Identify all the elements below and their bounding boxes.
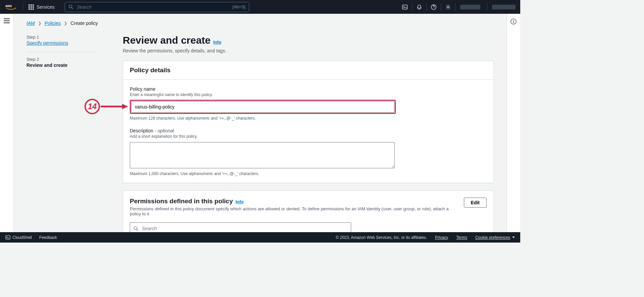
svg-point-4	[447, 6, 449, 8]
page-info-link[interactable]: Info	[213, 40, 221, 45]
side-nav-toggle[interactable]	[0, 14, 14, 243]
cloudshell-button[interactable]: CloudShell	[5, 235, 32, 240]
permissions-search-input[interactable]	[139, 226, 347, 231]
separator	[487, 3, 487, 11]
svg-rect-10	[6, 236, 10, 239]
page-content: IAM ❯ Policies ❯ Create policy Step 1 Sp…	[14, 14, 506, 232]
arrow-right-icon	[100, 103, 128, 110]
description-label: Description	[130, 128, 153, 133]
breadcrumb-policies[interactable]: Policies	[45, 20, 61, 26]
step-1-number: Step 1	[26, 35, 95, 40]
edit-permissions-button[interactable]: Edit	[464, 198, 487, 208]
permissions-subtitle: Permissions defined in this policy docum…	[130, 206, 459, 216]
info-circle-icon	[511, 18, 517, 25]
notifications-icon[interactable]	[412, 0, 426, 14]
step-2-active: Review and create	[26, 62, 95, 68]
description-optional: - optional	[155, 128, 174, 133]
wizard-stepper: Step 1 Specify permissions Step 2 Review…	[26, 35, 95, 232]
svg-rect-7	[513, 21, 514, 23]
policy-name-input[interactable]	[131, 101, 394, 113]
annotation-number: 14	[85, 99, 100, 114]
search-shortcut: [Alt+S]	[232, 4, 246, 9]
policy-name-label: Policy name	[130, 86, 487, 92]
description-input[interactable]	[130, 142, 395, 168]
breadcrumb: IAM ❯ Policies ❯ Create policy	[26, 20, 494, 26]
cookie-preferences-link[interactable]: Cookie preferences	[475, 235, 510, 240]
step-2-number: Step 2	[26, 57, 95, 62]
hamburger-icon	[4, 18, 10, 23]
breadcrumb-current: Create policy	[70, 20, 98, 26]
permissions-title: Permissions defined in this policy	[130, 198, 233, 205]
terms-link[interactable]: Terms	[456, 235, 467, 240]
info-panel-toggle[interactable]	[506, 14, 520, 243]
feedback-link[interactable]: Feedback	[39, 235, 57, 240]
page-title: Review and create	[123, 35, 211, 46]
aws-logo[interactable]: aws	[5, 4, 17, 10]
help-icon[interactable]	[427, 0, 441, 14]
cloudshell-label: CloudShell	[12, 235, 32, 240]
policy-name-desc: Enter a meaningful name to identify this…	[130, 92, 487, 97]
permissions-search[interactable]	[130, 222, 351, 232]
policy-details-title: Policy details	[130, 67, 170, 74]
privacy-link[interactable]: Privacy	[435, 235, 448, 240]
cloudshell-icon[interactable]	[398, 0, 412, 14]
copyright: © 2023, Amazon Web Services, Inc. or its…	[336, 235, 427, 240]
policy-name-highlight: 14	[130, 100, 396, 114]
chevron-right-icon: ❯	[38, 21, 41, 26]
svg-text:aws: aws	[5, 4, 12, 8]
search-input[interactable]	[73, 4, 230, 10]
top-navigation: aws Services [Alt+S]	[0, 0, 520, 14]
chevron-right-icon: ❯	[64, 21, 67, 26]
services-button[interactable]: Services	[23, 0, 60, 14]
permissions-panel: Permissions defined in this policy Info …	[123, 190, 494, 232]
breadcrumb-iam[interactable]: IAM	[26, 20, 35, 26]
grid-icon	[29, 4, 34, 10]
svg-point-6	[513, 20, 514, 20]
page-subtitle: Review the permissions, specify details,…	[123, 48, 494, 53]
caret-down-icon	[512, 237, 515, 238]
search-icon	[68, 4, 73, 9]
account-placeholder[interactable]	[492, 5, 516, 9]
search-icon	[133, 226, 139, 231]
services-label: Services	[37, 4, 55, 10]
description-desc: Add a short explanation for this policy.	[130, 134, 487, 139]
terminal-icon	[5, 235, 10, 240]
footer: CloudShell Feedback © 2023, Amazon Web S…	[0, 232, 520, 243]
step-annotation: 14	[85, 99, 128, 114]
global-search[interactable]: [Alt+S]	[65, 2, 249, 12]
separator	[455, 3, 455, 11]
policy-name-hint: Maximum 128 characters. Use alphanumeric…	[130, 116, 487, 121]
permissions-info-link[interactable]: Info	[235, 199, 244, 204]
settings-icon[interactable]	[441, 0, 455, 14]
region-placeholder[interactable]	[460, 5, 480, 9]
description-hint: Maximum 1,000 characters. Use alphanumer…	[130, 171, 487, 176]
policy-details-panel: Policy details Policy name Enter a meani…	[123, 61, 494, 183]
svg-marker-9	[122, 104, 128, 109]
step-1-link[interactable]: Specify permissions	[26, 40, 68, 46]
